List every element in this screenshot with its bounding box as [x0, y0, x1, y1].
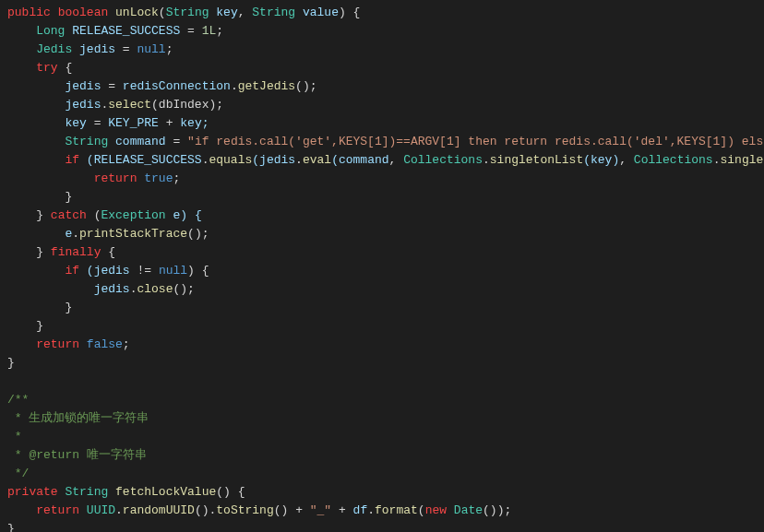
- code-token: if: [65, 264, 79, 278]
- code-token: ;: [216, 24, 223, 38]
- code-line: } finally {: [7, 243, 764, 262]
- code-token: (): [195, 503, 209, 517]
- code-token: Long: [36, 24, 65, 38]
- code-token: .: [72, 227, 79, 241]
- code-line: * 生成加锁的唯一字符串: [7, 409, 764, 428]
- code-editor[interactable]: public boolean unLock(String key, String…: [7, 4, 764, 532]
- code-token: RELEASE_SUCCESS: [65, 24, 187, 38]
- code-token: ());: [483, 503, 511, 517]
- code-token: String: [252, 6, 295, 19]
- code-token: ) {: [339, 6, 360, 19]
- code-token: (: [418, 503, 425, 517]
- code-token: jedis: [72, 42, 123, 56]
- code-token: [303, 503, 310, 517]
- code-token: +: [295, 503, 303, 517]
- code-token: ;: [173, 171, 180, 185]
- code-token: }: [36, 208, 51, 222]
- code-token: }: [65, 301, 72, 314]
- code-token: true: [144, 171, 173, 185]
- code-token: singletonList: [490, 153, 583, 167]
- code-line: }: [7, 188, 764, 207]
- code-line: */: [7, 465, 764, 483]
- code-token: e) {: [166, 208, 202, 222]
- code-token: /**: [7, 393, 29, 407]
- code-token: toString: [216, 503, 273, 517]
- code-token: value: [295, 6, 339, 19]
- code-token: finally: [51, 245, 101, 259]
- code-token: return: [36, 337, 79, 351]
- code-token: jedis: [65, 79, 108, 93]
- code-token: ();: [187, 227, 209, 241]
- code-token: .: [295, 153, 303, 167]
- code-token: (jedis: [79, 264, 137, 278]
- code-token: return: [36, 503, 79, 517]
- code-token: jedis: [65, 98, 101, 112]
- code-token: * 生成加锁的唯一字符串: [7, 411, 149, 425]
- code-token: ();: [173, 282, 194, 296]
- code-line: }: [7, 299, 764, 317]
- code-token: jedis: [94, 282, 130, 296]
- code-token: .: [115, 503, 123, 517]
- code-line: if (RELEASE_SUCCESS.equals(jedis.eval(co…: [7, 151, 764, 170]
- code-token: *: [7, 430, 22, 443]
- code-token: ,: [389, 153, 404, 167]
- code-token: [195, 24, 202, 38]
- code-token: [151, 264, 159, 278]
- code-token: Jedis: [36, 42, 72, 56]
- code-token: [51, 6, 58, 19]
- code-token: }: [65, 190, 72, 204]
- code-token: [108, 485, 115, 499]
- code-line: Jedis jedis = null;: [7, 41, 764, 59]
- code-token: }: [36, 245, 51, 259]
- code-line: jedis.select(dbIndex);: [7, 96, 764, 114]
- code-line: Long RELEASE_SUCCESS = 1L;: [7, 22, 764, 41]
- code-token: !=: [137, 264, 151, 278]
- code-token: null: [159, 264, 187, 278]
- code-line: }: [7, 354, 764, 372]
- code-token: new: [425, 503, 447, 517]
- code-token: (RELEASE_SUCCESS: [79, 153, 202, 167]
- code-token: (dbIndex);: [151, 98, 223, 112]
- code-token: Collections: [634, 153, 713, 167]
- code-token: "_": [310, 503, 331, 517]
- code-token: ;: [166, 42, 173, 56]
- code-token: KEY_PRE: [101, 116, 165, 130]
- code-line: * @return 唯一字符串: [7, 446, 764, 465]
- code-token: (): [274, 503, 295, 517]
- code-token: command: [108, 135, 173, 148]
- code-token: .: [367, 503, 375, 517]
- code-token: .: [483, 153, 490, 167]
- code-line: try {: [7, 59, 764, 77]
- code-token: redisConnection: [115, 79, 231, 93]
- code-token: unLock: [115, 6, 159, 19]
- code-line: return false;: [7, 336, 764, 354]
- code-line: /**: [7, 391, 764, 409]
- code-token: try: [36, 61, 57, 75]
- code-token: [79, 337, 87, 351]
- code-token: {: [58, 61, 73, 75]
- code-token: =: [187, 24, 195, 38]
- code-token: return: [94, 171, 137, 185]
- code-token: =: [123, 42, 130, 56]
- code-line: return true;: [7, 170, 764, 188]
- code-token: format: [375, 503, 418, 517]
- code-token: Date: [454, 503, 483, 517]
- code-token: Exception: [101, 208, 165, 222]
- code-token: (: [87, 208, 101, 222]
- code-line: e.printStackTrace();: [7, 225, 764, 243]
- code-token: ();: [295, 79, 316, 93]
- code-token: equals: [209, 153, 252, 167]
- code-token: }: [36, 319, 43, 333]
- code-line: key = KEY_PRE + key;: [7, 114, 764, 133]
- code-token: false: [87, 337, 123, 351]
- code-line: return UUID.randomUUID().toString() + "_…: [7, 502, 764, 520]
- code-token: String: [65, 135, 108, 148]
- code-token: UUID: [79, 503, 115, 517]
- code-token: private: [7, 485, 58, 499]
- code-token: select: [108, 98, 151, 112]
- code-line: *: [7, 428, 764, 446]
- code-token: [180, 135, 187, 148]
- code-token: (command: [331, 153, 388, 167]
- code-token: ;: [123, 337, 130, 351]
- code-token: key: [65, 116, 93, 130]
